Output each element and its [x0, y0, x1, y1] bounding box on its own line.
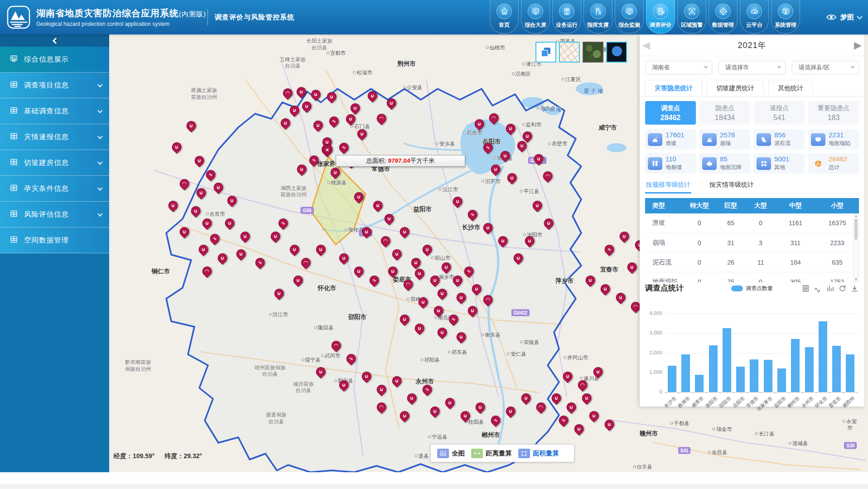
- hazard-marker[interactable]: ∿: [464, 266, 473, 276]
- hazard-marker[interactable]: ∪: [627, 262, 637, 272]
- nav-item-9[interactable]: 云平台: [740, 0, 769, 34]
- hazard-marker[interactable]: ∿: [483, 143, 492, 152]
- layers-toggle-button[interactable]: [535, 42, 556, 63]
- bar-郴州市[interactable]: [791, 339, 800, 392]
- nav-item-1[interactable]: 首页: [490, 0, 519, 34]
- hazard-marker[interactable]: ∿: [559, 416, 569, 425]
- basemap-globe-thumbnail[interactable]: [606, 42, 627, 63]
- hazard-marker[interactable]: ∪: [240, 232, 250, 241]
- hazard-marker[interactable]: ∪: [327, 92, 336, 102]
- hazard-marker[interactable]: ∪: [430, 407, 439, 416]
- basemap-satellite-thumbnail[interactable]: [583, 42, 603, 63]
- hazard-marker[interactable]: ∪: [453, 276, 462, 285]
- basemap-road-thumbnail[interactable]: [559, 42, 580, 63]
- data-view-icon[interactable]: [801, 284, 810, 293]
- region-select-1[interactable]: 湖南省: [645, 61, 712, 74]
- hazard-marker[interactable]: ∪: [198, 245, 208, 254]
- hazard-marker[interactable]: ∪: [275, 289, 284, 298]
- hazard-marker[interactable]: ∪: [270, 232, 280, 241]
- hazard-marker[interactable]: ∪: [593, 367, 603, 377]
- bar-娄底市[interactable]: [832, 346, 841, 392]
- nav-item-7[interactable]: 区域预警: [677, 0, 706, 34]
- hazard-marker[interactable]: ∪: [172, 142, 182, 152]
- hazard-marker[interactable]: ∪: [582, 393, 591, 403]
- hazard-marker[interactable]: ◠: [403, 280, 413, 289]
- hazard-marker[interactable]: ∪: [563, 372, 572, 381]
- nav-item-3[interactable]: 业务运行: [552, 0, 581, 34]
- hazard-marker[interactable]: ∪: [419, 297, 428, 307]
- nav-item-4[interactable]: 指挥支撑: [583, 0, 612, 34]
- hazard-stat-3[interactable]: 856 泥石流: [754, 129, 805, 150]
- hazard-marker[interactable]: ◠: [377, 402, 386, 412]
- hazard-marker[interactable]: ∿: [278, 218, 288, 228]
- bar-chart-icon[interactable]: [826, 284, 834, 293]
- bar-湘潭市[interactable]: [695, 375, 704, 392]
- nav-item-6[interactable]: 调查评价: [646, 0, 675, 34]
- hazard-marker[interactable]: ◠: [301, 258, 310, 267]
- table-row[interactable]: 泥石流02611184635: [645, 252, 859, 272]
- bar-张家界市[interactable]: [764, 360, 772, 392]
- hazard-stat-8[interactable]: 28462 总计: [808, 153, 859, 174]
- nav-item-5[interactable]: 综合监测: [615, 0, 644, 34]
- hazard-marker[interactable]: ∪: [585, 276, 595, 285]
- line-chart-icon[interactable]: [814, 284, 822, 293]
- hazard-marker[interactable]: ∪: [191, 206, 200, 216]
- hazard-marker[interactable]: ∪: [513, 253, 523, 263]
- hazard-marker[interactable]: ◠: [179, 179, 189, 189]
- hazard-marker[interactable]: ∪: [225, 218, 235, 228]
- table-row[interactable]: 滑坡0650116116375: [645, 213, 859, 233]
- hazard-marker[interactable]: ∪: [574, 424, 583, 434]
- hazard-marker[interactable]: ∪: [280, 118, 290, 128]
- hazard-marker[interactable]: ∪: [517, 141, 527, 150]
- hazard-marker[interactable]: ∪: [400, 227, 409, 237]
- user-menu[interactable]: 梦图: [826, 0, 862, 34]
- sidebar-collapse-button[interactable]: [0, 34, 109, 47]
- hazard-marker[interactable]: ◠: [331, 341, 341, 350]
- hazard-marker[interactable]: ∪: [168, 201, 178, 210]
- hazard-marker[interactable]: ∪: [506, 407, 516, 416]
- hazard-marker[interactable]: ∪: [236, 249, 246, 259]
- stat-card-4[interactable]: 重要隐患点 183: [808, 101, 859, 125]
- bar-株洲市[interactable]: [681, 354, 690, 392]
- hazard-marker[interactable]: ∪: [422, 245, 432, 254]
- hazard-marker[interactable]: ∪: [457, 332, 466, 342]
- hazard-marker[interactable]: ◠: [631, 302, 641, 311]
- hazard-marker[interactable]: ◠: [483, 295, 492, 305]
- hazard-marker[interactable]: ∿: [347, 354, 356, 363]
- hazard-marker[interactable]: ∪: [589, 411, 599, 421]
- hazard-marker[interactable]: ∿: [422, 385, 432, 394]
- hazard-marker[interactable]: ∪: [217, 253, 227, 263]
- hazard-marker[interactable]: ∪: [385, 214, 394, 223]
- stat-tab-1[interactable]: 灾害隐患统计: [645, 80, 702, 96]
- hazard-marker[interactable]: ∪: [339, 380, 348, 390]
- hazard-marker[interactable]: ∪: [476, 402, 485, 412]
- sidebar-item-2[interactable]: 调查项目信息: [0, 73, 109, 98]
- year-previous-button[interactable]: ◀: [642, 38, 650, 53]
- sidebar-item-1[interactable]: 综合信息展示: [0, 47, 109, 73]
- hazard-marker[interactable]: ∪: [475, 119, 484, 129]
- sidebar-item-5[interactable]: 切坡建房信息: [0, 150, 109, 176]
- hazard-marker[interactable]: ∿: [206, 170, 216, 179]
- hazard-marker[interactable]: ∪: [392, 376, 401, 386]
- hazard-marker[interactable]: ∪: [377, 385, 386, 394]
- hazard-marker[interactable]: ∪: [525, 236, 534, 246]
- hazard-marker[interactable]: ◠: [578, 380, 588, 390]
- hazard-marker[interactable]: ∿: [339, 143, 348, 152]
- hazard-marker[interactable]: ∪: [203, 218, 212, 228]
- hazard-marker[interactable]: ∪: [350, 103, 360, 113]
- stat-card-1[interactable]: 调查点 28462: [645, 101, 696, 125]
- hazard-marker[interactable]: ∪: [339, 253, 348, 263]
- hazard-marker[interactable]: ∪: [430, 276, 439, 285]
- hazard-marker[interactable]: ∪: [227, 196, 237, 205]
- hazard-marker[interactable]: ∪: [313, 121, 323, 130]
- bar-邵阳市[interactable]: [723, 328, 731, 392]
- bar-永州市[interactable]: [805, 347, 814, 392]
- stat-tab-3[interactable]: 其他统计: [768, 80, 813, 96]
- hazard-marker[interactable]: ∪: [195, 156, 204, 165]
- hazard-marker[interactable]: ∪: [354, 192, 364, 202]
- hazard-marker[interactable]: ∪: [457, 293, 466, 302]
- hazard-marker[interactable]: ∪: [289, 245, 299, 254]
- year-next-button[interactable]: ▶: [854, 38, 862, 53]
- hazard-marker[interactable]: ∪: [483, 223, 492, 232]
- hazard-marker[interactable]: ∪: [620, 232, 629, 241]
